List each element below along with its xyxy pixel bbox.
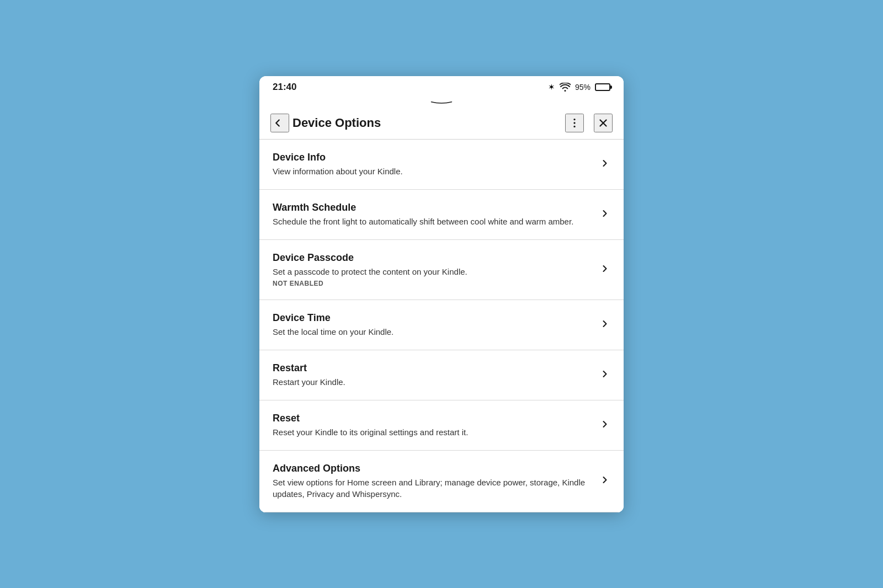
close-button[interactable] bbox=[594, 114, 613, 132]
menu-item-description: Restart your Kindle. bbox=[273, 376, 593, 388]
back-button[interactable] bbox=[270, 114, 289, 132]
menu-item-content: ResetReset your Kindle to its original s… bbox=[273, 413, 593, 438]
chevron-right-icon bbox=[599, 318, 610, 332]
chevron-right-icon bbox=[599, 368, 610, 382]
menu-list: Device InfoView information about your K… bbox=[259, 140, 624, 512]
menu-item-content: Advanced OptionsSet view options for Hom… bbox=[273, 463, 593, 500]
status-time: 21:40 bbox=[273, 82, 296, 93]
menu-item-description: View information about your Kindle. bbox=[273, 165, 593, 177]
menu-item-description: Schedule the front light to automaticall… bbox=[273, 216, 593, 227]
menu-item-title: Device Passcode bbox=[273, 252, 593, 264]
nav-bar: Device Options bbox=[259, 107, 624, 140]
status-icons: ✶ 95% bbox=[548, 82, 610, 92]
chevron-right-icon bbox=[599, 263, 610, 276]
bluetooth-icon: ✶ bbox=[548, 82, 555, 92]
menu-item-title: Device Time bbox=[273, 312, 593, 324]
menu-item-restart[interactable]: RestartRestart your Kindle. bbox=[259, 350, 624, 400]
menu-item-status: NOT ENABLED bbox=[273, 280, 593, 287]
wifi-icon bbox=[560, 83, 571, 92]
menu-item-content: Warmth ScheduleSchedule the front light … bbox=[273, 202, 593, 227]
menu-item-reset[interactable]: ResetReset your Kindle to its original s… bbox=[259, 400, 624, 451]
chevron-right-icon bbox=[599, 158, 610, 171]
menu-item-content: RestartRestart your Kindle. bbox=[273, 362, 593, 388]
menu-item-title: Reset bbox=[273, 413, 593, 424]
logo-area bbox=[259, 97, 624, 107]
status-bar: 21:40 ✶ 95% bbox=[259, 76, 624, 97]
page-title: Device Options bbox=[289, 116, 565, 130]
battery-percent: 95% bbox=[575, 83, 591, 92]
menu-item-description: Set view options for Home screen and Lib… bbox=[273, 477, 593, 500]
svg-point-1 bbox=[573, 122, 575, 124]
menu-item-description: Reset your Kindle to its original settin… bbox=[273, 426, 593, 438]
svg-point-2 bbox=[573, 125, 575, 127]
menu-item-title: Restart bbox=[273, 362, 593, 374]
chevron-right-icon bbox=[599, 208, 610, 221]
menu-item-device-time[interactable]: Device TimeSet the local time on your Ki… bbox=[259, 300, 624, 350]
menu-item-warmth-schedule[interactable]: Warmth ScheduleSchedule the front light … bbox=[259, 190, 624, 240]
menu-item-title: Advanced Options bbox=[273, 463, 593, 474]
menu-item-advanced-options[interactable]: Advanced OptionsSet view options for Hom… bbox=[259, 451, 624, 512]
battery-icon bbox=[595, 83, 610, 91]
more-options-button[interactable] bbox=[565, 114, 584, 132]
amazon-logo bbox=[429, 97, 454, 105]
nav-actions bbox=[565, 114, 613, 132]
svg-point-0 bbox=[573, 118, 575, 120]
menu-item-device-passcode[interactable]: Device PasscodeSet a passcode to protect… bbox=[259, 240, 624, 300]
menu-item-content: Device InfoView information about your K… bbox=[273, 152, 593, 177]
menu-item-description: Set a passcode to protect the content on… bbox=[273, 266, 593, 277]
menu-item-device-info[interactable]: Device InfoView information about your K… bbox=[259, 140, 624, 190]
menu-item-content: Device TimeSet the local time on your Ki… bbox=[273, 312, 593, 338]
menu-item-description: Set the local time on your Kindle. bbox=[273, 326, 593, 338]
menu-item-title: Warmth Schedule bbox=[273, 202, 593, 213]
device-frame: 21:40 ✶ 95% bbox=[259, 76, 624, 512]
menu-item-content: Device PasscodeSet a passcode to protect… bbox=[273, 252, 593, 287]
chevron-right-icon bbox=[599, 419, 610, 432]
menu-item-title: Device Info bbox=[273, 152, 593, 163]
chevron-right-icon bbox=[599, 474, 610, 488]
